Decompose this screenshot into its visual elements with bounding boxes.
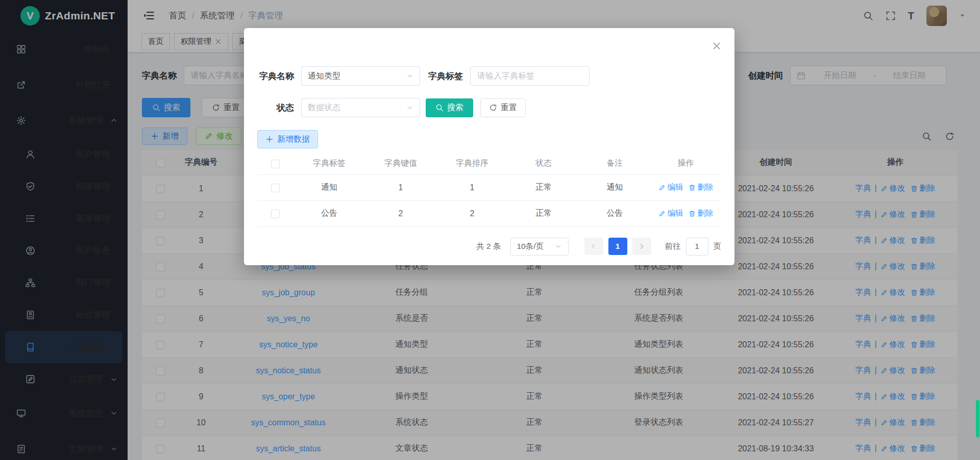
pencil-icon (658, 210, 666, 217)
chevron-down-icon (555, 243, 562, 250)
column-header: 字典键值 (365, 153, 436, 174)
next-page-button[interactable] (632, 238, 651, 255)
row-checkbox[interactable] (271, 210, 280, 218)
remark-cell: 通知 (579, 174, 650, 200)
sort-cell: 1 (436, 174, 508, 200)
column-header: 字典排序 (436, 153, 508, 174)
ops-cell: 编辑删除 (650, 200, 721, 226)
delete-link[interactable]: 删除 (689, 208, 714, 219)
column-header: 操作 (650, 153, 721, 174)
modal-status-label: 状态 (257, 102, 294, 114)
trash-icon (689, 210, 696, 217)
chevron-down-icon (406, 104, 413, 111)
pagination: 共 2 条 10条/页 1 前往 页 (257, 237, 721, 255)
status-placeholder: 数据状态 (308, 103, 406, 113)
edit-link[interactable]: 编辑 (658, 182, 683, 193)
label-cell: 通知 (293, 174, 365, 200)
plus-icon (265, 135, 274, 143)
chevron-left-icon (590, 243, 597, 250)
modal-reset-label: 重置 (501, 103, 517, 113)
trash-icon (689, 184, 696, 191)
modal-dict-name-label: 字典名称 (257, 70, 294, 82)
chevron-right-icon (638, 243, 645, 250)
status-cell: 正常 (508, 174, 579, 200)
row-checkbox[interactable] (271, 184, 280, 192)
modal-dict-label-label: 字典标签 (428, 70, 463, 82)
remark-cell: 公告 (579, 200, 650, 226)
search-icon (435, 104, 444, 112)
page-size-select[interactable]: 10条/页 (510, 238, 569, 255)
status-cell: 正常 (508, 200, 579, 226)
edit-link[interactable]: 编辑 (658, 208, 683, 219)
modal-form-row-2: 状态 数据状态 搜索 重置 (257, 98, 526, 117)
column-header: 状态 (508, 153, 579, 174)
dict-data-dialog: 字典名称 通知类型 字典标签 状态 数据状态 搜索 重置 新增数据 字典标 (244, 28, 734, 265)
delete-link[interactable]: 删除 (689, 182, 714, 193)
modal-dict-name-select[interactable]: 通知类型 (301, 66, 420, 86)
value-cell: 1 (365, 174, 436, 200)
label-cell: 公告 (293, 200, 365, 226)
modal-search-label: 搜索 (447, 103, 463, 113)
selected-dict-type: 通知类型 (308, 71, 406, 82)
goto-page-input[interactable] (686, 238, 708, 255)
current-page-button[interactable]: 1 (608, 238, 627, 255)
prev-page-button[interactable] (584, 238, 603, 255)
column-header: 字典标签 (293, 153, 365, 174)
add-data-button[interactable]: 新增数据 (257, 130, 318, 148)
dict-data-table: 字典标签字典键值字典排序状态备注操作 通知11正常通知编辑删除公告22正常公告编… (257, 153, 721, 227)
close-icon[interactable] (712, 41, 721, 50)
sort-cell: 2 (436, 200, 508, 226)
modal-search-button[interactable]: 搜索 (426, 98, 473, 117)
chevron-down-icon (406, 72, 413, 80)
modal-status-select[interactable]: 数据状态 (301, 98, 420, 117)
header-checkbox-cell (257, 153, 293, 174)
pencil-icon (658, 184, 666, 191)
column-header: 备注 (579, 153, 650, 174)
modal-reset-button[interactable]: 重置 (480, 98, 526, 117)
dict-label-input[interactable] (470, 66, 590, 86)
pagination-total: 共 2 条 (476, 241, 501, 252)
dict-data-row: 公告22正常公告编辑删除 (257, 200, 721, 226)
value-cell: 2 (365, 200, 436, 226)
scrollbar-thumb[interactable] (976, 400, 979, 438)
ops-cell: 编辑删除 (650, 174, 721, 200)
goto-label: 前往 (665, 241, 681, 252)
page-unit-label: 页 (714, 241, 722, 252)
dict-data-row: 通知11正常通知编辑删除 (257, 174, 721, 200)
page-size-value: 10条/页 (517, 241, 555, 252)
refresh-icon (489, 104, 497, 112)
select-all-checkbox[interactable] (271, 160, 280, 168)
modal-form-row-1: 字典名称 通知类型 字典标签 (257, 66, 590, 86)
add-data-label: 新增数据 (277, 134, 310, 145)
